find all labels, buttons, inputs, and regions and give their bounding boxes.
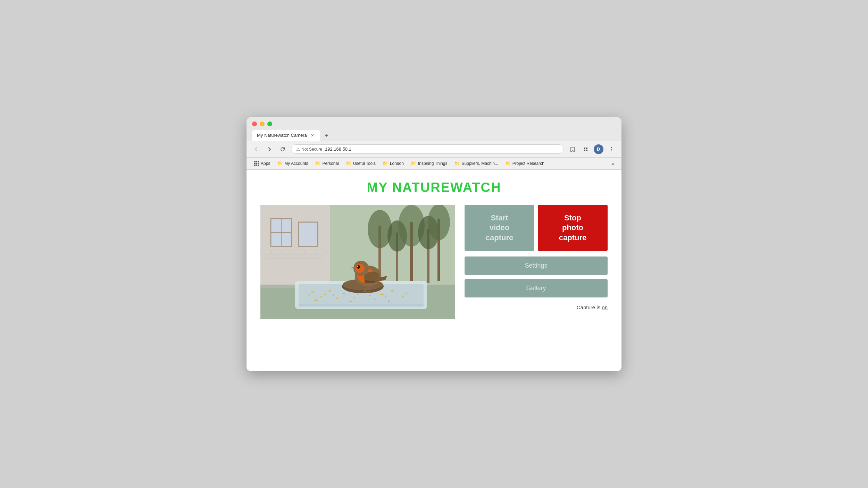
address-bar-row: ⚠ Not Secure 192.168.50.1 D: [247, 141, 621, 158]
menu-button[interactable]: [606, 144, 617, 154]
svg-point-44: [342, 293, 345, 294]
svg-point-47: [374, 298, 376, 300]
camera-feed: [260, 205, 455, 319]
title-bar: My Naturewatch Camera ✕ +: [247, 117, 621, 141]
svg-point-6: [611, 150, 612, 151]
bookmark-label: London: [390, 161, 404, 166]
controls-area: Startvideocapture Stopphotocapture Setti…: [465, 205, 608, 311]
svg-rect-3: [586, 150, 587, 151]
bookmark-london[interactable]: 📁 London: [380, 160, 407, 167]
capture-status-prefix: Capture is: [577, 304, 602, 310]
folder-icon: 📁: [411, 161, 416, 166]
folder-icon: 📁: [315, 161, 320, 166]
svg-point-48: [380, 294, 384, 295]
url-display: 192.168.50.1: [325, 146, 351, 152]
tab-close-button[interactable]: ✕: [310, 133, 315, 138]
svg-rect-71: [299, 304, 424, 307]
bookmark-suppliers[interactable]: 📁 Suppliers, Machin...: [451, 160, 501, 167]
bookmark-useful-tools[interactable]: 📁 Useful Tools: [343, 160, 378, 167]
svg-rect-2: [584, 150, 585, 151]
svg-point-45: [353, 297, 355, 298]
svg-point-54: [387, 301, 390, 302]
bookmark-label: My Accounts: [284, 161, 308, 166]
svg-point-67: [357, 266, 358, 267]
settings-button[interactable]: Settings: [465, 256, 608, 275]
security-indicator: ⚠ Not Secure: [296, 147, 322, 152]
close-button[interactable]: [252, 121, 257, 126]
extensions-button[interactable]: [581, 144, 591, 154]
svg-point-5: [611, 149, 612, 149]
capture-buttons: Startvideocapture Stopphotocapture: [465, 205, 608, 251]
bookmark-apps[interactable]: Apps: [251, 160, 273, 167]
apps-label: Apps: [261, 161, 270, 166]
apps-grid-icon: [254, 161, 259, 166]
bookmark-label: Personal: [322, 161, 339, 166]
folder-icon: 📁: [346, 161, 351, 166]
capture-status-value: on: [602, 304, 608, 310]
address-box[interactable]: ⚠ Not Secure 192.168.50.1: [291, 144, 564, 154]
svg-point-50: [402, 296, 404, 297]
new-tab-button[interactable]: +: [322, 131, 332, 141]
toolbar-icons: D: [567, 144, 617, 154]
svg-point-35: [428, 205, 450, 240]
start-video-label: Startvideocapture: [486, 213, 513, 242]
back-button[interactable]: [251, 144, 261, 154]
tab-title: My Naturewatch Camera: [257, 133, 307, 138]
folder-icon: 📁: [383, 161, 388, 166]
svg-point-52: [349, 301, 352, 302]
bookmark-label: Inspiring Things: [418, 161, 448, 166]
bookmark-personal[interactable]: 📁 Personal: [312, 160, 341, 167]
bookmark-inspiring-things[interactable]: 📁 Inspiring Things: [408, 160, 450, 167]
browser-window: My Naturewatch Camera ✕ + ⚠ Not Secure 1…: [247, 117, 621, 371]
bookmark-button[interactable]: [567, 144, 578, 154]
maximize-button[interactable]: [267, 121, 272, 126]
bookmark-label: Useful Tools: [353, 161, 376, 166]
main-area: Startvideocapture Stopphotocapture Setti…: [260, 205, 608, 319]
traffic-lights: [252, 121, 616, 126]
svg-point-56: [333, 294, 334, 296]
svg-point-41: [328, 290, 331, 292]
svg-point-4: [611, 147, 612, 148]
bookmarks-more[interactable]: »: [610, 160, 617, 167]
svg-point-55: [308, 294, 310, 296]
stop-photo-label: Stopphotocapture: [559, 213, 586, 242]
svg-point-65: [355, 264, 365, 273]
forward-button[interactable]: [265, 144, 274, 154]
svg-point-43: [314, 300, 318, 301]
page-title: MY NATUREWATCH: [260, 180, 608, 195]
bookmark-project-research[interactable]: 📁 Project Research: [502, 160, 547, 167]
stop-photo-capture-button[interactable]: Stopphotocapture: [538, 205, 608, 251]
bookmark-label: Project Research: [512, 161, 544, 166]
capture-status: Capture is on: [465, 304, 608, 310]
svg-point-51: [324, 294, 326, 295]
minimize-button[interactable]: [260, 121, 265, 126]
svg-rect-1: [586, 148, 587, 149]
svg-point-42: [336, 298, 338, 299]
bookmark-label: Suppliers, Machin...: [461, 161, 498, 166]
bird-scene-svg: [260, 205, 455, 319]
svg-point-40: [320, 296, 322, 297]
bookmarks-bar: Apps 📁 My Accounts 📁 Personal 📁 Useful T…: [247, 158, 621, 170]
warning-icon: ⚠: [296, 147, 300, 152]
start-video-capture-button[interactable]: Startvideocapture: [465, 205, 534, 251]
page-content: MY NATUREWATCH: [247, 170, 621, 371]
svg-point-57: [357, 294, 358, 295]
tab-bar: My Naturewatch Camera ✕ +: [252, 130, 616, 141]
folder-icon: 📁: [505, 161, 511, 166]
svg-rect-0: [584, 148, 585, 149]
reload-button[interactable]: [278, 144, 287, 154]
svg-point-66: [357, 265, 360, 269]
svg-point-39: [311, 292, 314, 293]
svg-point-59: [406, 293, 407, 294]
active-tab[interactable]: My Naturewatch Camera ✕: [252, 130, 320, 141]
bookmark-my-accounts[interactable]: 📁 My Accounts: [274, 160, 311, 167]
gallery-button[interactable]: Gallery: [465, 279, 608, 297]
svg-point-58: [385, 296, 386, 297]
svg-point-53: [369, 295, 371, 296]
svg-rect-13: [299, 222, 318, 246]
profile-avatar[interactable]: D: [594, 144, 603, 154]
security-label: Not Secure: [301, 147, 322, 152]
svg-point-49: [391, 290, 394, 292]
folder-icon: 📁: [454, 161, 460, 166]
folder-icon: 📁: [277, 161, 283, 166]
